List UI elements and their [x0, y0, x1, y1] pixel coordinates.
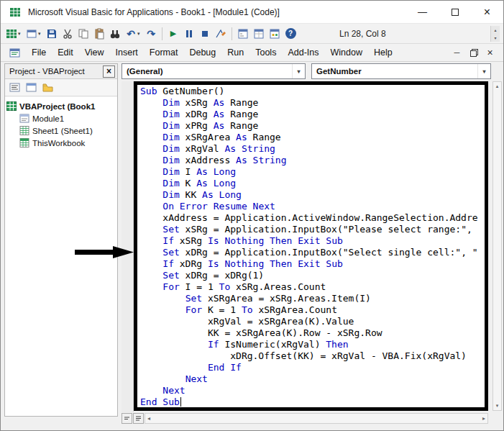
redo-icon[interactable]: ↷: [144, 27, 158, 41]
menu-item-run[interactable]: Run: [221, 45, 249, 60]
insert-userform-icon[interactable]: [24, 27, 39, 41]
vba-project-icon: [6, 101, 17, 111]
scroll-up-icon[interactable]: ▴: [496, 83, 499, 89]
design-mode-icon[interactable]: [214, 27, 228, 41]
code-line: Set xSRg = Application.InputBox("Please …: [140, 224, 485, 235]
code-line: Set xSRgArea = xSRg.Areas.Item(I): [140, 293, 485, 304]
menu-item-edit[interactable]: Edit: [52, 45, 79, 60]
code-line: KK = xSRgArea(K).Row - xSRg.Row: [140, 327, 485, 339]
code-line: Dim xAddress As String: [140, 155, 485, 166]
help-question-glyph: ?: [285, 28, 296, 39]
project-panel-toolbar: [5, 79, 117, 96]
minimize-button[interactable]: —: [406, 1, 439, 23]
up-arrow-icon: ▴: [494, 27, 496, 32]
view-code-icon[interactable]: [8, 81, 22, 94]
tree-item-thisworkbook[interactable]: ThisWorkbook: [6, 137, 116, 149]
project-tree: VBAProject (Book1 Module1 Sheet1 (Sheet1…: [5, 97, 117, 416]
object-dropdown[interactable]: (General) ▾: [122, 63, 306, 79]
menu-bar: File Edit View Insert Format Debug Run T…: [1, 44, 503, 62]
chevron-down-icon[interactable]: ▾: [38, 31, 43, 37]
toggle-folders-icon[interactable]: [41, 81, 55, 94]
view-object-icon[interactable]: [24, 81, 38, 94]
worksheet-icon: [19, 126, 29, 135]
module-icon: [19, 114, 29, 123]
workbook-icon: [19, 138, 29, 148]
child-restore-button[interactable]: [466, 46, 481, 59]
tree-item-sheet1[interactable]: Sheet1 (Sheet1): [6, 124, 116, 137]
menu-item-addins[interactable]: Add-Ins: [282, 45, 324, 60]
code-line: Next: [140, 373, 485, 385]
object-browser-icon[interactable]: [267, 27, 282, 41]
scroll-left-icon[interactable]: ◂: [147, 415, 150, 422]
code-line: If xSRg Is Nothing Then Exit Sub: [140, 235, 485, 247]
menu-item-insert[interactable]: Insert: [110, 45, 144, 60]
vba-editor-window: Microsoft Visual Basic for Applications …: [0, 0, 504, 431]
tree-item-module1[interactable]: Module1: [6, 112, 116, 124]
code-line: Set xDRg = Application.InputBox("Select …: [140, 247, 485, 258]
child-close-button[interactable]: ×: [482, 46, 498, 59]
menu-item-help[interactable]: Help: [368, 45, 398, 60]
view-microsoft-excel-icon[interactable]: [4, 27, 19, 41]
project-panel-title: Project - VBAProject: [9, 67, 103, 76]
code-line: End Sub: [140, 396, 485, 408]
cut-icon[interactable]: [60, 27, 75, 41]
properties-window-icon[interactable]: [252, 27, 266, 41]
procedure-dropdown[interactable]: GetNumber ▾: [311, 63, 491, 79]
project-panel-header: Project - VBAProject ×: [5, 64, 117, 79]
close-button[interactable]: ×: [471, 1, 503, 23]
code-line: For K = 1 To xSRgArea.Count: [140, 304, 485, 316]
menu-item-tools[interactable]: Tools: [249, 45, 282, 60]
vba-app-icon: [9, 6, 21, 18]
help-icon[interactable]: ?: [283, 27, 298, 41]
tree-item-label: ThisWorkbook: [32, 139, 85, 148]
reset-icon[interactable]: [198, 27, 212, 41]
tree-item-label: Module1: [32, 114, 64, 123]
scroll-right-icon[interactable]: ▸: [482, 415, 485, 422]
code-line: Sub GetNumber(): [140, 86, 485, 97]
scroll-down-icon[interactable]: ▾: [496, 403, 499, 409]
chevron-down-icon[interactable]: ▾: [18, 31, 23, 37]
child-minimize-button[interactable]: ─: [449, 46, 464, 59]
chevron-down-icon[interactable]: ▾: [137, 31, 142, 37]
toolbar-options-chevron[interactable]: ▴▾: [490, 26, 500, 42]
code-window-icon[interactable]: [9, 47, 20, 58]
title-bar: Microsoft Visual Basic for Applications …: [1, 1, 503, 24]
save-icon[interactable]: [45, 27, 59, 41]
code-line: Dim xPRg As Range: [140, 120, 485, 132]
code-line: Next: [140, 385, 485, 396]
run-icon[interactable]: ▶: [166, 27, 180, 41]
code-line: xAddress = Application.ActiveWindow.Rang…: [140, 212, 485, 224]
text-cursor: [180, 397, 181, 407]
menu-item-debug[interactable]: Debug: [183, 45, 221, 60]
code-editor-area[interactable]: Sub GetNumber() Dim xSRg As Range Dim xD…: [134, 81, 488, 411]
code-line: Dim I As Long: [140, 166, 485, 178]
menu-item-format[interactable]: Format: [144, 45, 184, 60]
project-panel-close-button[interactable]: ×: [103, 65, 115, 78]
horizontal-scrollbar[interactable]: ◂ ▸: [145, 413, 488, 424]
copy-icon[interactable]: [76, 27, 91, 41]
procedure-view-button[interactable]: [122, 413, 132, 424]
tree-item-label: Sheet1 (Sheet1): [32, 127, 93, 135]
project-explorer-icon[interactable]: [236, 27, 250, 41]
menu-item-file[interactable]: File: [26, 45, 52, 60]
restore-icon: [470, 49, 477, 56]
standard-toolbar: ▾ ▾ ↶▾ ↷ ▶: [1, 24, 503, 44]
tree-item-vbaproject[interactable]: VBAProject (Book1: [6, 100, 116, 112]
paste-icon[interactable]: [92, 27, 106, 41]
vertical-scrollbar[interactable]: ▴ ▾: [492, 81, 502, 411]
undo-icon[interactable]: ↶: [124, 27, 138, 41]
full-module-view-button[interactable]: [133, 413, 144, 424]
code-line: xRgVal = xSRgArea(K).Value: [140, 316, 485, 327]
code-line: On Error Resume Next: [140, 201, 485, 212]
margin-indicator-bar: [122, 81, 134, 412]
procedure-dropdown-value: GetNumber: [316, 67, 362, 76]
chevron-down-icon: ▾: [292, 64, 305, 78]
maximize-button[interactable]: [439, 1, 471, 23]
menu-item-view[interactable]: View: [79, 45, 110, 60]
toolbar-separator: [162, 27, 162, 40]
code-line: If xDRg Is Nothing Then Exit Sub: [140, 258, 485, 270]
object-dropdown-value: (General): [127, 67, 163, 76]
find-icon[interactable]: [108, 27, 122, 41]
menu-item-window[interactable]: Window: [325, 45, 368, 60]
break-icon[interactable]: [182, 27, 196, 41]
